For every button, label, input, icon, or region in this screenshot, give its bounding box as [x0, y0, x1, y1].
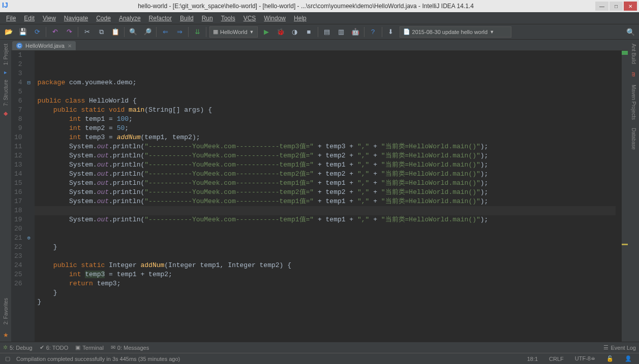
separator [78, 27, 78, 37]
back-icon[interactable]: ⇐ [160, 26, 171, 38]
hector-icon[interactable]: 👤 [622, 355, 635, 362]
todo-icon: ✔ [40, 344, 44, 351]
coverage-icon[interactable]: ◑ [289, 26, 300, 38]
cut-icon[interactable]: ✂ [81, 26, 93, 38]
toolwindow-toggle-icon[interactable]: ▢ [4, 355, 11, 362]
redo-icon[interactable]: ↷ [64, 26, 75, 38]
tool-terminal[interactable]: ▣Terminal [75, 344, 104, 351]
analysis-ok-marker [622, 51, 628, 55]
title-bar: IJ hello-world - [E:\git_work_space\hell… [0, 0, 639, 12]
search-everywhere-icon[interactable]: 🔍 [625, 26, 636, 38]
app-icon: IJ [2, 1, 12, 11]
replace-icon[interactable]: 🔎 [142, 26, 153, 38]
line-separator[interactable]: CRLF [546, 356, 567, 362]
undo-icon[interactable]: ↶ [49, 26, 60, 38]
caret-line-highlight [35, 206, 616, 215]
tool-messages[interactable]: ✉0: Messages [111, 344, 149, 351]
window-controls: — □ ✕ [595, 2, 637, 11]
right-tool-strip: Ant Build m Maven Projects Database [628, 40, 639, 342]
java-class-icon: C [16, 43, 22, 49]
separator [188, 27, 189, 37]
menu-vcs[interactable]: VCS [240, 14, 259, 23]
changelist-icon: 📄 [403, 28, 410, 35]
paste-icon[interactable]: 📋 [110, 26, 121, 38]
editor-tabs: C HelloWorld.java ✕ [11, 40, 628, 51]
menu-help[interactable]: Help [291, 14, 310, 23]
menu-run[interactable]: Run [199, 14, 216, 23]
line-numbers: 1234567891011121314151617181920212223242… [11, 51, 27, 342]
separator [364, 27, 364, 37]
readonly-lock-icon[interactable]: 🔓 [603, 355, 617, 362]
structure-icon: ◆ [4, 110, 8, 117]
file-encoding[interactable]: UTF-8≑ [572, 355, 598, 362]
menu-window[interactable]: Window [261, 14, 289, 23]
menu-analyze[interactable]: Analyze [116, 14, 144, 23]
help-icon[interactable]: ? [368, 26, 379, 38]
editor-body[interactable]: 1234567891011121314151617181920212223242… [11, 51, 628, 342]
tool-debug[interactable]: ✲5: Debug [3, 344, 33, 351]
tool-todo[interactable]: ✔6: TODO [40, 344, 69, 351]
tool-maven[interactable]: m [630, 68, 637, 81]
editor-tab[interactable]: C HelloWorld.java ✕ [12, 41, 76, 50]
left-tool-strip: 1: Project ▸ 7: Structure ◆ 2: Favorites… [0, 40, 11, 342]
debug-icon[interactable]: 🐞 [275, 26, 286, 38]
menu-tools[interactable]: Tools [218, 14, 238, 23]
messages-icon: ✉ [111, 344, 115, 351]
toolbar: 📂 💾 ⟳ ↶ ↷ ✂ ⧉ 📋 🔍 🔎 ⇐ ⇒ ⇊ ▦ HelloWorld ▼… [0, 24, 639, 40]
terminal-icon: ▣ [75, 344, 80, 351]
close-button[interactable]: ✕ [624, 2, 637, 11]
star-icon: ★ [3, 328, 9, 342]
make-icon[interactable]: ⇊ [192, 26, 203, 38]
maximize-button[interactable]: □ [610, 2, 623, 11]
separator [318, 27, 318, 37]
android-icon[interactable]: 🤖 [350, 26, 361, 38]
menu-build[interactable]: Build [177, 14, 197, 23]
tool-project[interactable]: 1: Project [2, 40, 10, 69]
vcs-action-label: 2015-08-30 update hello world [412, 29, 488, 35]
menu-view[interactable]: View [40, 14, 59, 23]
separator [124, 27, 125, 37]
run-config-combo[interactable]: ▦ HelloWorld ▼ [209, 26, 258, 38]
warning-marker [622, 244, 628, 245]
copy-icon[interactable]: ⧉ [96, 26, 107, 38]
caret-position[interactable]: 18:1 [524, 356, 541, 362]
avd-icon[interactable]: ▤ [321, 26, 332, 38]
chevron-down-icon: ▼ [490, 29, 494, 35]
separator [206, 27, 206, 37]
menu-navigate[interactable]: Navigate [61, 14, 91, 23]
vcs-update-icon[interactable]: ⬇ [385, 26, 397, 38]
run-config-label: HelloWorld [220, 29, 248, 35]
tool-favorites[interactable]: 2: Favorites [2, 294, 10, 328]
error-stripe[interactable] [622, 51, 628, 342]
save-icon[interactable]: 💾 [17, 26, 28, 38]
stop-icon[interactable]: ■ [303, 26, 315, 38]
collapse-icon[interactable]: ⊟ [27, 78, 31, 87]
menu-edit[interactable]: Edit [21, 14, 38, 23]
vcs-action-combo[interactable]: 📄 2015-08-30 update hello world ▼ [400, 26, 511, 38]
sync-icon[interactable]: ⟳ [32, 26, 43, 38]
editor-tab-label: HelloWorld.java [25, 43, 65, 49]
gutter: ⊟ ⊕ [27, 51, 35, 342]
menu-bar: File Edit View Navigate Code Analyze Ref… [0, 12, 639, 24]
open-icon[interactable]: 📂 [3, 26, 14, 38]
code-area[interactable]: package com.youmeek.demo;public class He… [35, 51, 622, 342]
minimize-button[interactable]: — [595, 2, 608, 11]
menu-file[interactable]: File [3, 14, 19, 23]
menu-refactor[interactable]: Refactor [146, 14, 175, 23]
forward-icon[interactable]: ⇒ [174, 26, 185, 38]
sdk-icon[interactable]: ▥ [336, 26, 347, 38]
override-icon[interactable]: ⊕ [27, 234, 31, 243]
tool-eventlog[interactable]: ☰Event Log [603, 344, 636, 351]
bottom-tool-strip: ✲5: Debug ✔6: TODO ▣Terminal ✉0: Message… [0, 342, 639, 353]
find-icon[interactable]: 🔍 [128, 26, 139, 38]
tool-ant[interactable]: Ant Build [630, 40, 637, 68]
close-tab-icon[interactable]: ✕ [68, 43, 72, 49]
project-icon: ▸ [4, 69, 7, 76]
menu-code[interactable]: Code [93, 14, 114, 23]
bug-icon: ✲ [3, 344, 8, 351]
run-icon[interactable]: ▶ [261, 26, 272, 38]
tool-structure[interactable]: 7: Structure [2, 76, 10, 110]
tool-database[interactable]: Database [630, 124, 637, 154]
main-area: 1: Project ▸ 7: Structure ◆ 2: Favorites… [0, 40, 639, 342]
tool-maven-label[interactable]: Maven Projects [630, 81, 637, 124]
